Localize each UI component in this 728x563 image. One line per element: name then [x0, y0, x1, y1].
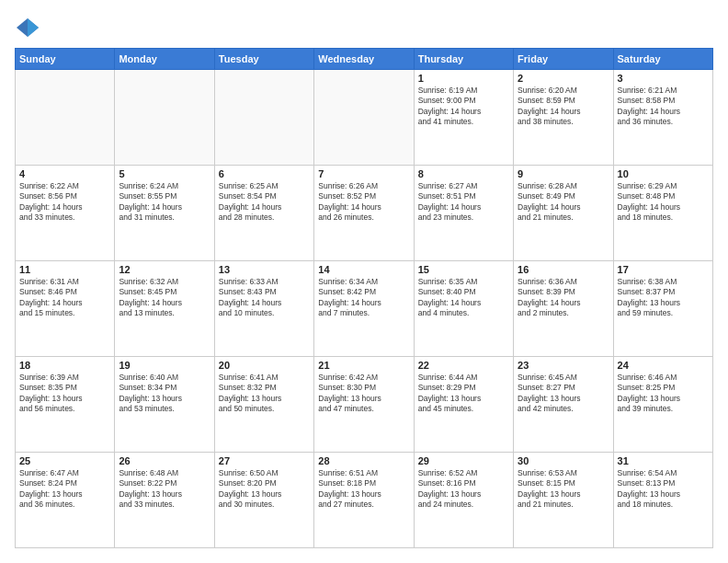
- day-cell: 10Sunrise: 6:29 AMSunset: 8:48 PMDayligh…: [613, 166, 712, 261]
- day-number: 20: [219, 360, 310, 371]
- day-number: 8: [418, 168, 509, 179]
- day-info: Sunrise: 6:20 AMSunset: 8:59 PMDaylight:…: [518, 86, 609, 128]
- logo-icon: [15, 15, 40, 40]
- day-number: 2: [518, 73, 609, 84]
- day-cell: 3Sunrise: 6:21 AMSunset: 8:58 PMDaylight…: [613, 70, 712, 166]
- day-cell: 18Sunrise: 6:39 AMSunset: 8:35 PMDayligh…: [16, 357, 115, 453]
- logo: [15, 15, 44, 40]
- day-number: 16: [518, 264, 609, 275]
- calendar: SundayMondayTuesdayWednesdayThursdayFrid…: [15, 48, 713, 548]
- header-row: SundayMondayTuesdayWednesdayThursdayFrid…: [16, 49, 713, 70]
- day-info: Sunrise: 6:52 AMSunset: 8:16 PMDaylight:…: [418, 468, 509, 511]
- day-cell: 23Sunrise: 6:45 AMSunset: 8:27 PMDayligh…: [514, 357, 613, 453]
- day-cell: 21Sunrise: 6:42 AMSunset: 8:30 PMDayligh…: [314, 357, 414, 453]
- day-info: Sunrise: 6:42 AMSunset: 8:30 PMDaylight:…: [318, 373, 409, 415]
- day-cell: 17Sunrise: 6:38 AMSunset: 8:37 PMDayligh…: [613, 261, 712, 357]
- day-cell: 9Sunrise: 6:28 AMSunset: 8:49 PMDaylight…: [514, 166, 613, 261]
- day-info: Sunrise: 6:25 AMSunset: 8:54 PMDaylight:…: [219, 181, 310, 224]
- col-header-sunday: Sunday: [16, 49, 115, 70]
- day-info: Sunrise: 6:46 AMSunset: 8:25 PMDaylight:…: [618, 373, 709, 415]
- day-info: Sunrise: 6:47 AMSunset: 8:24 PMDaylight:…: [19, 468, 110, 511]
- day-cell: 20Sunrise: 6:41 AMSunset: 8:32 PMDayligh…: [214, 357, 313, 453]
- day-cell: 2Sunrise: 6:20 AMSunset: 8:59 PMDaylight…: [514, 70, 613, 166]
- day-number: 4: [19, 168, 110, 179]
- day-number: 13: [219, 264, 310, 275]
- day-info: Sunrise: 6:50 AMSunset: 8:20 PMDaylight:…: [219, 468, 310, 511]
- day-cell: 16Sunrise: 6:36 AMSunset: 8:39 PMDayligh…: [514, 261, 613, 357]
- day-info: Sunrise: 6:45 AMSunset: 8:27 PMDaylight:…: [518, 373, 609, 415]
- header: [15, 15, 713, 40]
- day-info: Sunrise: 6:22 AMSunset: 8:56 PMDaylight:…: [19, 181, 110, 224]
- day-cell: 4Sunrise: 6:22 AMSunset: 8:56 PMDaylight…: [16, 166, 115, 261]
- week-row-5: 25Sunrise: 6:47 AMSunset: 8:24 PMDayligh…: [16, 453, 713, 548]
- day-info: Sunrise: 6:54 AMSunset: 8:13 PMDaylight:…: [618, 468, 709, 511]
- day-info: Sunrise: 6:32 AMSunset: 8:45 PMDaylight:…: [119, 277, 210, 319]
- day-info: Sunrise: 6:41 AMSunset: 8:32 PMDaylight:…: [219, 373, 310, 415]
- day-cell: 22Sunrise: 6:44 AMSunset: 8:29 PMDayligh…: [414, 357, 513, 453]
- page: SundayMondayTuesdayWednesdayThursdayFrid…: [0, 0, 728, 563]
- day-info: Sunrise: 6:19 AMSunset: 9:00 PMDaylight:…: [418, 86, 509, 128]
- day-info: Sunrise: 6:24 AMSunset: 8:55 PMDaylight:…: [119, 181, 210, 224]
- col-header-wednesday: Wednesday: [314, 49, 414, 70]
- day-info: Sunrise: 6:38 AMSunset: 8:37 PMDaylight:…: [618, 277, 709, 319]
- day-number: 25: [19, 455, 110, 466]
- day-cell: 29Sunrise: 6:52 AMSunset: 8:16 PMDayligh…: [414, 453, 513, 548]
- week-row-4: 18Sunrise: 6:39 AMSunset: 8:35 PMDayligh…: [16, 357, 713, 453]
- svg-marker-1: [28, 18, 39, 37]
- day-info: Sunrise: 6:31 AMSunset: 8:46 PMDaylight:…: [19, 277, 110, 319]
- col-header-friday: Friday: [514, 49, 613, 70]
- day-number: 21: [318, 360, 409, 371]
- col-header-tuesday: Tuesday: [214, 49, 313, 70]
- day-cell: [115, 70, 214, 166]
- day-number: 23: [518, 360, 609, 371]
- day-info: Sunrise: 6:21 AMSunset: 8:58 PMDaylight:…: [618, 86, 709, 128]
- day-number: 10: [618, 168, 709, 179]
- day-cell: 12Sunrise: 6:32 AMSunset: 8:45 PMDayligh…: [115, 261, 214, 357]
- day-number: 6: [219, 168, 310, 179]
- day-number: 24: [618, 360, 709, 371]
- day-info: Sunrise: 6:34 AMSunset: 8:42 PMDaylight:…: [318, 277, 409, 319]
- col-header-saturday: Saturday: [613, 49, 712, 70]
- day-number: 15: [418, 264, 509, 275]
- day-cell: 24Sunrise: 6:46 AMSunset: 8:25 PMDayligh…: [613, 357, 712, 453]
- day-cell: 25Sunrise: 6:47 AMSunset: 8:24 PMDayligh…: [16, 453, 115, 548]
- day-info: Sunrise: 6:53 AMSunset: 8:15 PMDaylight:…: [518, 468, 609, 511]
- day-info: Sunrise: 6:48 AMSunset: 8:22 PMDaylight:…: [119, 468, 210, 511]
- day-number: 26: [119, 455, 210, 466]
- week-row-2: 4Sunrise: 6:22 AMSunset: 8:56 PMDaylight…: [16, 166, 713, 261]
- day-number: 1: [418, 73, 509, 84]
- day-cell: 6Sunrise: 6:25 AMSunset: 8:54 PMDaylight…: [214, 166, 313, 261]
- day-number: 9: [518, 168, 609, 179]
- day-number: 7: [318, 168, 409, 179]
- day-cell: 31Sunrise: 6:54 AMSunset: 8:13 PMDayligh…: [613, 453, 712, 548]
- day-number: 12: [119, 264, 210, 275]
- day-cell: [214, 70, 313, 166]
- day-number: 31: [618, 455, 709, 466]
- day-number: 27: [219, 455, 310, 466]
- day-number: 5: [119, 168, 210, 179]
- week-row-3: 11Sunrise: 6:31 AMSunset: 8:46 PMDayligh…: [16, 261, 713, 357]
- day-info: Sunrise: 6:26 AMSunset: 8:52 PMDaylight:…: [318, 181, 409, 224]
- day-cell: 5Sunrise: 6:24 AMSunset: 8:55 PMDaylight…: [115, 166, 214, 261]
- col-header-monday: Monday: [115, 49, 214, 70]
- day-info: Sunrise: 6:28 AMSunset: 8:49 PMDaylight:…: [518, 181, 609, 224]
- day-number: 14: [318, 264, 409, 275]
- day-number: 18: [19, 360, 110, 371]
- day-info: Sunrise: 6:39 AMSunset: 8:35 PMDaylight:…: [19, 373, 110, 415]
- day-info: Sunrise: 6:44 AMSunset: 8:29 PMDaylight:…: [418, 373, 509, 415]
- day-cell: 1Sunrise: 6:19 AMSunset: 9:00 PMDaylight…: [414, 70, 513, 166]
- day-cell: 7Sunrise: 6:26 AMSunset: 8:52 PMDaylight…: [314, 166, 414, 261]
- day-cell: 26Sunrise: 6:48 AMSunset: 8:22 PMDayligh…: [115, 453, 214, 548]
- col-header-thursday: Thursday: [414, 49, 513, 70]
- day-cell: 28Sunrise: 6:51 AMSunset: 8:18 PMDayligh…: [314, 453, 414, 548]
- day-info: Sunrise: 6:29 AMSunset: 8:48 PMDaylight:…: [618, 181, 709, 224]
- day-cell: 19Sunrise: 6:40 AMSunset: 8:34 PMDayligh…: [115, 357, 214, 453]
- day-info: Sunrise: 6:36 AMSunset: 8:39 PMDaylight:…: [518, 277, 609, 319]
- day-cell: 27Sunrise: 6:50 AMSunset: 8:20 PMDayligh…: [214, 453, 313, 548]
- day-cell: 15Sunrise: 6:35 AMSunset: 8:40 PMDayligh…: [414, 261, 513, 357]
- day-cell: 13Sunrise: 6:33 AMSunset: 8:43 PMDayligh…: [214, 261, 313, 357]
- day-number: 19: [119, 360, 210, 371]
- day-cell: [16, 70, 115, 166]
- day-number: 11: [19, 264, 110, 275]
- day-number: 30: [518, 455, 609, 466]
